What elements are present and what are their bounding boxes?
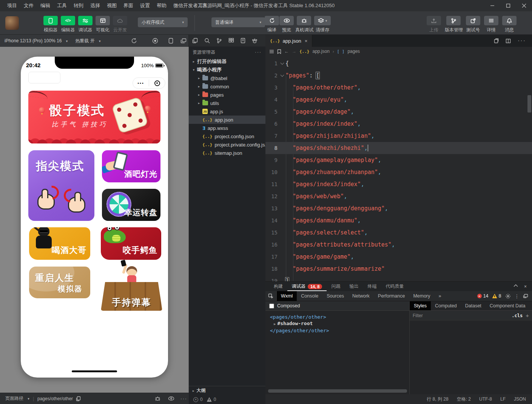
open-preview-icon[interactable] [493, 38, 499, 43]
simulator-toggle-button[interactable]: 模拟器 [42, 16, 59, 33]
clear-cache-button[interactable]: ▾ 清缓存 [314, 16, 331, 33]
debugger-toggle-button[interactable]: 调试器 [77, 16, 94, 33]
capsule-button[interactable]: ••• [133, 77, 165, 89]
devtools-settings-icon[interactable] [505, 293, 511, 299]
extensions-icon[interactable] [228, 38, 234, 43]
breadcrumb-file[interactable]: app.json [313, 49, 330, 54]
file-project-private-config[interactable]: {..}project.private.config.js... [189, 140, 265, 149]
editor-toggle-button[interactable]: </> 编辑器 [59, 16, 77, 33]
menu-interface[interactable]: 界面 [120, 2, 137, 9]
search-icon[interactable] [204, 38, 210, 43]
more-icon[interactable]: ··· [255, 49, 262, 55]
source-control-icon[interactable] [216, 38, 222, 43]
wxml-shadow-root[interactable]: ▶#shadow-root [270, 320, 409, 327]
tab-output[interactable]: 输出 [345, 282, 363, 291]
tab-debugger[interactable]: 调试器14, 8 [287, 282, 327, 291]
tile-bar-light[interactable]: 酒吧灯光 [102, 150, 160, 182]
tab-code-quality[interactable]: 代码质量 [381, 282, 408, 291]
phone-preview[interactable]: 20:42 100% ••• 骰子模式 比手气 拼技巧 [21, 57, 168, 378]
editor-scrollbar[interactable] [527, 95, 531, 113]
wxml-close-tag[interactable]: </pages/other/other> [270, 327, 409, 334]
back-icon[interactable]: ← [284, 49, 289, 54]
notes-icon[interactable] [241, 38, 245, 43]
file-sitemap-json[interactable]: {..}sitemap.json [189, 149, 265, 157]
language-mode[interactable]: JSON [514, 396, 526, 402]
cls-toggle[interactable]: .cls [512, 313, 523, 318]
breadcrumb-node[interactable]: pages [347, 49, 360, 54]
folder-utils[interactable]: ▸utils [189, 99, 265, 107]
computed-tab[interactable]: Computed [431, 301, 461, 310]
tab-problems[interactable]: 问题 [327, 282, 345, 291]
code-editor[interactable]: 1 { 2 "pages": [ 3 "pages/other/other", … [265, 56, 532, 281]
wxml-horizontal-scrollbar[interactable] [268, 389, 407, 393]
wxml-open-tag[interactable]: <pages/other/other> [270, 314, 409, 320]
forward-icon[interactable]: → [292, 49, 296, 54]
devtools-tab-memory[interactable]: Memory [409, 291, 434, 301]
menu-view[interactable]: 视图 [103, 2, 120, 9]
file-app-js[interactable]: JSapp.js [189, 107, 265, 116]
eye-icon[interactable] [168, 396, 174, 401]
bookmark-icon[interactable] [277, 49, 281, 54]
more-icon[interactable]: ··· [180, 396, 187, 401]
bug-icon[interactable] [155, 396, 160, 401]
page-path-select[interactable]: 页面路径 ▾ [0, 395, 29, 402]
devtools-tab-performance[interactable]: Performance [374, 291, 409, 301]
visualization-toggle-button[interactable]: 可视化 [94, 16, 111, 33]
project-root[interactable]: ▾喝酒小程序 [189, 66, 265, 74]
devtools-tab-wxml[interactable]: Wxml [277, 291, 297, 301]
tab-terminal[interactable]: 终端 [363, 282, 381, 291]
dataset-tab[interactable]: Dataset [461, 301, 486, 310]
outline-list-icon[interactable] [269, 49, 274, 54]
split-editor-icon[interactable] [506, 39, 511, 43]
paw-icon[interactable] [252, 38, 258, 43]
refresh-simulator-icon[interactable] [131, 38, 137, 44]
compile-mode-select[interactable]: 普通编译 ▾ [211, 17, 265, 27]
tab-app-json[interactable]: {..} app.json × [265, 35, 312, 47]
component-data-tab[interactable]: Component Data [486, 301, 530, 310]
menu-select[interactable]: 选择 [87, 2, 103, 9]
indent-setting[interactable]: 空格: 2 [457, 396, 471, 402]
tile-lucky-wheel[interactable]: 幸运转盘 [102, 189, 160, 221]
test-account-button[interactable]: 测试号 [464, 16, 482, 33]
collapse-panel-icon[interactable] [513, 284, 518, 289]
tile-restart-life[interactable]: 重启人生 模拟器 [29, 267, 90, 298]
menu-project[interactable]: 项目 [4, 2, 20, 9]
outline-section[interactable]: ▸大纲 [189, 386, 265, 395]
more-icon[interactable]: ··· [518, 37, 526, 44]
capsule-close-icon[interactable] [149, 80, 165, 86]
more-tabs-icon[interactable]: » [435, 291, 446, 301]
encoding[interactable]: UTF-8 [479, 396, 492, 402]
remote-debug-button[interactable]: 真机调试 [295, 16, 313, 33]
tile-drinking-bro[interactable]: 喝酒大哥 [29, 227, 90, 260]
multi-window-icon[interactable] [180, 38, 187, 43]
devtools-tab-console[interactable]: Console [297, 291, 322, 301]
folder-babel[interactable]: ▸@babel [189, 74, 265, 82]
folder-common[interactable]: ▸common [189, 82, 265, 91]
eol-setting[interactable]: LF [500, 396, 506, 402]
preview-button[interactable]: 预览 [278, 16, 295, 33]
more-dots-icon[interactable]: ••• [133, 81, 149, 85]
folder-pages[interactable]: ▸pages [189, 91, 265, 99]
problems-summary[interactable]: × 0 0 [189, 395, 265, 404]
details-button[interactable]: 详情 [483, 16, 500, 33]
tab-build[interactable]: 构建 [265, 282, 287, 291]
tile-fingertip-mode[interactable]: 指尖模式 [28, 150, 94, 221]
warning-count[interactable]: 8 [492, 293, 501, 299]
maximize-button[interactable] [500, 0, 516, 11]
messages-button[interactable]: 消息 [501, 16, 518, 33]
close-tab-icon[interactable]: × [305, 38, 308, 44]
inspect-element-icon[interactable] [265, 291, 277, 301]
styles-tab[interactable]: Styles [410, 301, 431, 310]
mode-select[interactable]: 小程序模式 ▾ [138, 17, 188, 27]
undock-icon[interactable] [523, 294, 528, 298]
menu-edit[interactable]: 编辑 [37, 2, 54, 9]
cursor-position[interactable]: 行 8, 列 28 [427, 396, 448, 402]
menu-tools[interactable]: 工具 [54, 2, 70, 9]
device-select[interactable]: iPhone 12/13 (Pro) 100% 16 ▾ [0, 38, 68, 43]
tile-biting-crocodile[interactable]: 咬手鳄鱼 [101, 227, 161, 260]
menu-file[interactable]: 文件 [20, 2, 37, 9]
composed-checkbox[interactable] [269, 304, 274, 308]
open-editors-section[interactable]: ▸打开的编辑器 [189, 57, 265, 66]
version-control-button[interactable]: 版本管理 [445, 16, 462, 33]
kebab-menu-icon[interactable]: ⋮ [515, 293, 520, 299]
